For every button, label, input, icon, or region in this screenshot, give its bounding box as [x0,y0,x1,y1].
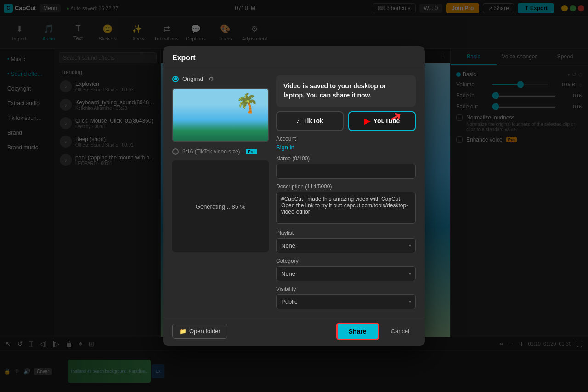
name-field: Name (0/100) [276,155,416,179]
description-label: Description (114/5000) [276,183,416,190]
open-folder-label: Open folder [189,328,220,335]
generating-box: Generating... 85 % [172,160,269,252]
dialog-right: Video is saved to your desktop or laptop… [276,75,416,309]
dialog-left: Original ⚙ 🌴 9:16 (TikTok video size) Pr… [172,75,269,309]
dialog-title: Export [172,54,416,62]
format-thumbnail: 🌴 [172,88,269,142]
playlist-select-wrapper: None ▾ [276,238,416,253]
format-original-label: Original [182,75,203,82]
tiktok-platform-button[interactable]: ♪ TikTok [276,111,344,131]
description-field: Description (114/5000) #CapCut I made th… [276,183,416,225]
visibility-select[interactable]: Public [276,294,416,309]
format-tiktok-option[interactable]: 9:16 (TikTok video size) Pro [172,148,269,155]
cancel-button[interactable]: Cancel [384,324,416,338]
category-select[interactable]: None [276,266,416,281]
category-select-wrapper: None ▾ [276,266,416,281]
visibility-field: Visibility Public ▾ [276,286,416,309]
export-dialog: Export Original ⚙ 🌴 [163,46,425,345]
dialog-overlay: Export Original ⚙ 🌴 [0,0,588,392]
dialog-header: Export [163,46,425,68]
folder-icon: 📁 [179,328,187,335]
dialog-body: Original ⚙ 🌴 9:16 (TikTok video size) Pr… [163,68,425,316]
radio-inner-icon [174,77,177,80]
palm-icon: 🌴 [236,92,259,114]
description-textarea[interactable]: #CapCut I made this amazing video with C… [276,192,416,224]
youtube-platform-button[interactable]: ▶ YouTube [348,111,416,131]
share-main-button[interactable]: Share [336,323,379,340]
radio-tiktok-icon [172,148,179,155]
pro-tag: Pro [246,149,257,154]
format-tiktok-label: 9:16 (TikTok video size) [182,148,240,155]
playlist-label: Playlist [276,230,416,236]
playlist-field: Playlist None ▾ [276,230,416,253]
visibility-label: Visibility [276,286,416,292]
open-folder-button[interactable]: 📁 Open folder [172,324,227,339]
share-message-box: Video is saved to your desktop or laptop… [276,75,416,106]
name-input[interactable] [276,164,416,179]
format-original-option[interactable]: Original ⚙ [172,75,269,82]
youtube-icon: ▶ [364,117,370,125]
platform-area: ♪ TikTok ▶ YouTube ➜ [276,111,416,131]
account-label: Account [276,136,416,142]
account-row: Sign in [276,144,416,151]
account-field: Account Sign in [276,136,416,151]
generating-text: Generating... 85 % [196,203,245,210]
dialog-footer: 📁 Open folder Share Cancel [163,317,425,346]
share-message-text: Video is saved to your desktop or laptop… [283,82,408,100]
settings-icon[interactable]: ⚙ [209,75,214,82]
visibility-select-wrapper: Public ▾ [276,294,416,309]
category-field: Category None ▾ [276,258,416,281]
sign-in-link[interactable]: Sign in [276,144,294,151]
tiktok-label: TikTok [303,117,323,125]
playlist-select[interactable]: None [276,238,416,253]
radio-original-icon [172,76,179,82]
beach-thumbnail-image: 🌴 [173,89,268,141]
name-label: Name (0/100) [276,155,416,162]
tiktok-icon: ♪ [296,117,300,125]
category-label: Category [276,258,416,264]
